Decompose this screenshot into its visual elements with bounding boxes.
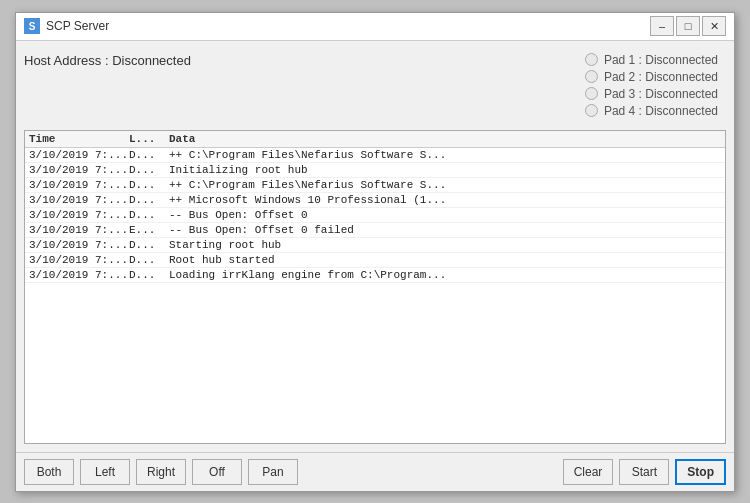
title-bar-left: S SCP Server: [24, 18, 109, 34]
log-row-level: D...: [129, 239, 169, 251]
log-row-data: Starting root hub: [169, 239, 721, 251]
log-rows-container: 3/10/2019 7:...D...++ C:\Program Files\N…: [25, 148, 725, 283]
log-row-time: 3/10/2019 7:...: [29, 194, 129, 206]
clear-button[interactable]: Clear: [563, 459, 614, 485]
stop-button[interactable]: Stop: [675, 459, 726, 485]
log-row-time: 3/10/2019 7:...: [29, 239, 129, 251]
pad2-label: Pad 2 : Disconnected: [604, 70, 718, 84]
log-row-level: D...: [129, 209, 169, 221]
log-row-data: ++ C:\Program Files\Nefarius Software S.…: [169, 179, 721, 191]
host-address-label: Host Address : Disconnected: [24, 49, 191, 72]
pad4-item: Pad 4 : Disconnected: [585, 104, 718, 118]
main-window: S SCP Server – □ ✕ Host Address : Discon…: [15, 12, 735, 492]
right-button[interactable]: Right: [136, 459, 186, 485]
bottom-left-buttons: Both Left Right Off Pan: [24, 459, 298, 485]
pad1-radio: [585, 53, 598, 66]
log-row: 3/10/2019 7:...D...Root hub started: [25, 253, 725, 268]
window-title: SCP Server: [46, 19, 109, 33]
log-row: 3/10/2019 7:...E...-- Bus Open: Offset 0…: [25, 223, 725, 238]
log-row-time: 3/10/2019 7:...: [29, 209, 129, 221]
log-row-time: 3/10/2019 7:...: [29, 254, 129, 266]
log-row: 3/10/2019 7:...D...Initializing root hub: [25, 163, 725, 178]
minimize-button[interactable]: –: [650, 16, 674, 36]
log-header: Time L... Data: [25, 131, 725, 148]
log-row: 3/10/2019 7:...D...++ C:\Program Files\N…: [25, 178, 725, 193]
pad3-radio: [585, 87, 598, 100]
log-row-data: Loading irrKlang engine from C:\Program.…: [169, 269, 721, 281]
top-section: Host Address : Disconnected Pad 1 : Disc…: [24, 49, 726, 122]
pad4-radio: [585, 104, 598, 117]
log-row-data: -- Bus Open: Offset 0 failed: [169, 224, 721, 236]
app-icon: S: [24, 18, 40, 34]
log-row-data: Root hub started: [169, 254, 721, 266]
log-row-level: E...: [129, 224, 169, 236]
log-row-data: -- Bus Open: Offset 0: [169, 209, 721, 221]
window-controls: – □ ✕: [650, 16, 726, 36]
both-button[interactable]: Both: [24, 459, 74, 485]
pad2-item: Pad 2 : Disconnected: [585, 70, 718, 84]
pad2-radio: [585, 70, 598, 83]
pad4-label: Pad 4 : Disconnected: [604, 104, 718, 118]
col-time-header: Time: [29, 133, 129, 145]
pad3-item: Pad 3 : Disconnected: [585, 87, 718, 101]
log-row-level: D...: [129, 254, 169, 266]
log-row-level: D...: [129, 179, 169, 191]
maximize-button[interactable]: □: [676, 16, 700, 36]
log-row-time: 3/10/2019 7:...: [29, 179, 129, 191]
content-area: Host Address : Disconnected Pad 1 : Disc…: [16, 41, 734, 452]
log-row-time: 3/10/2019 7:...: [29, 269, 129, 281]
log-row: 3/10/2019 7:...D...Starting root hub: [25, 238, 725, 253]
log-row-time: 3/10/2019 7:...: [29, 164, 129, 176]
log-row: 3/10/2019 7:...D...-- Bus Open: Offset 0: [25, 208, 725, 223]
log-row-level: D...: [129, 149, 169, 161]
title-bar: S SCP Server – □ ✕: [16, 13, 734, 41]
pan-button[interactable]: Pan: [248, 459, 298, 485]
left-button[interactable]: Left: [80, 459, 130, 485]
start-button[interactable]: Start: [619, 459, 669, 485]
log-area: Time L... Data 3/10/2019 7:...D...++ C:\…: [24, 130, 726, 444]
pad1-item: Pad 1 : Disconnected: [585, 53, 718, 67]
pad-status-panel: Pad 1 : Disconnected Pad 2 : Disconnecte…: [577, 49, 726, 122]
log-row-data: Initializing root hub: [169, 164, 721, 176]
log-row: 3/10/2019 7:...D...++ Microsoft Windows …: [25, 193, 725, 208]
col-data-header: Data: [169, 133, 721, 145]
pad3-label: Pad 3 : Disconnected: [604, 87, 718, 101]
log-row-level: D...: [129, 194, 169, 206]
col-level-header: L...: [129, 133, 169, 145]
log-row: 3/10/2019 7:...D...++ C:\Program Files\N…: [25, 148, 725, 163]
off-button[interactable]: Off: [192, 459, 242, 485]
log-row-data: ++ Microsoft Windows 10 Professional (1.…: [169, 194, 721, 206]
pad1-label: Pad 1 : Disconnected: [604, 53, 718, 67]
log-row-level: D...: [129, 164, 169, 176]
log-row: 3/10/2019 7:...D...Loading irrKlang engi…: [25, 268, 725, 283]
log-row-level: D...: [129, 269, 169, 281]
log-row-time: 3/10/2019 7:...: [29, 224, 129, 236]
close-button[interactable]: ✕: [702, 16, 726, 36]
bottom-right-buttons: Clear Start Stop: [563, 459, 726, 485]
bottom-bar: Both Left Right Off Pan Clear Start Stop: [16, 452, 734, 491]
log-row-data: ++ C:\Program Files\Nefarius Software S.…: [169, 149, 721, 161]
log-row-time: 3/10/2019 7:...: [29, 149, 129, 161]
